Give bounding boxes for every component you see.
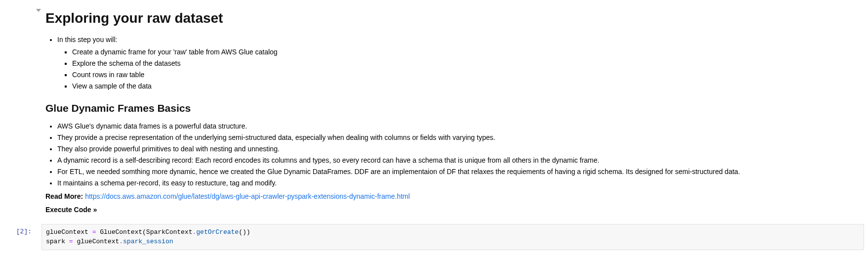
execute-code-text: Execute Code » — [45, 206, 97, 214]
code-text: spark — [46, 238, 69, 245]
cell-collapser[interactable] — [36, 4, 41, 12]
code-text: spark_session — [123, 238, 173, 245]
execute-code-label: Execute Code » — [45, 205, 860, 215]
code-text: glueContext — [46, 228, 92, 236]
code-text: glueContext — [73, 238, 120, 245]
read-more-link[interactable]: https://docs.aws.amazon.com/glue/latest/… — [85, 192, 410, 200]
code-input-area[interactable]: glueContext = GlueContext(SparkContext.g… — [41, 224, 864, 250]
intro-list: In this step you will: Create a dynamic … — [45, 35, 860, 91]
list-item: For ETL, we needed somthing more dynamic… — [57, 167, 860, 177]
list-item: They provide a precise representation of… — [57, 133, 860, 143]
read-more: Read More: https://docs.aws.amazon.com/g… — [45, 191, 860, 202]
markdown-content: Exploring your raw dataset In this step … — [41, 4, 864, 222]
intro-sublist: Create a dynamic frame for your 'raw' ta… — [57, 47, 860, 91]
list-item: Count rows in raw table — [72, 70, 860, 80]
code-text: . — [119, 238, 123, 245]
list-item: A dynamic record is a self-describing re… — [57, 155, 860, 166]
subsection-heading: Glue Dynamic Frames Basics — [45, 100, 860, 116]
basics-list: AWS Glue's dynamic data frames is a powe… — [45, 121, 860, 188]
code-text: = — [69, 238, 73, 245]
intro-text: In this step you will: — [57, 36, 117, 44]
list-item: Create a dynamic frame for your 'raw' ta… — [72, 47, 860, 57]
chevron-down-icon — [36, 9, 41, 12]
list-item: They also provide powerful primitives to… — [57, 144, 860, 154]
list-item: AWS Glue's dynamic data frames is a powe… — [57, 121, 860, 132]
read-more-label: Read More: — [45, 192, 85, 200]
cell-collapser-spacer — [36, 224, 41, 229]
list-item: In this step you will: Create a dynamic … — [57, 35, 860, 91]
section-heading: Exploring your raw dataset — [45, 8, 860, 29]
code-text: ()) — [239, 228, 250, 236]
code-text: GlueContext(SparkContext — [96, 228, 192, 236]
list-item: Explore the schema of the datasets — [72, 58, 860, 69]
list-item: View a sample of the data — [72, 81, 860, 91]
input-prompt: [2]: — [4, 224, 36, 237]
prompt-area — [4, 4, 36, 7]
markdown-cell: Exploring your raw dataset In this step … — [0, 4, 868, 224]
notebook: Exploring your raw dataset In this step … — [0, 0, 868, 252]
list-item: It maintains a schema per-record, its ea… — [57, 178, 860, 188]
code-cell: [2]: glueContext = GlueContext(SparkCont… — [0, 224, 868, 252]
code-text: getOrCreate — [196, 228, 239, 236]
